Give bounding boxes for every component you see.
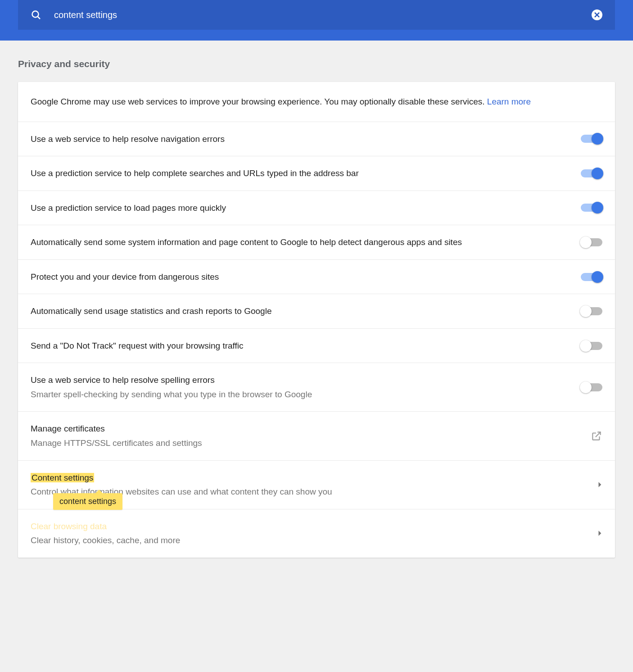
- setting-row-prediction-urls: Use a prediction service to help complet…: [18, 156, 615, 191]
- toggle-prediction-pages[interactable]: [581, 204, 602, 212]
- page-content: Privacy and security Google Chrome may u…: [0, 41, 633, 576]
- open-external-icon: [591, 430, 602, 442]
- setting-label: Use a prediction service to help complet…: [31, 167, 572, 180]
- toggle-prediction-urls[interactable]: [581, 169, 602, 177]
- setting-label: Automatically send some system informati…: [31, 236, 572, 249]
- search-match-highlight: Content settings: [31, 473, 94, 482]
- settings-card: Google Chrome may use web services to im…: [18, 82, 615, 558]
- close-icon: [594, 12, 600, 18]
- search-input[interactable]: [54, 10, 592, 20]
- intro-row: Google Chrome may use web services to im…: [18, 82, 615, 122]
- toggle-usage-stats[interactable]: [581, 307, 602, 315]
- section-title: Privacy and security: [18, 59, 615, 69]
- chevron-right-icon: [598, 530, 602, 536]
- setting-label: Manage certificates: [31, 422, 582, 435]
- setting-label: Automatically send usage statistics and …: [31, 305, 572, 318]
- row-manage-certificates[interactable]: Manage certificates Manage HTTPS/SSL cer…: [18, 411, 615, 460]
- setting-row-usage-stats: Automatically send usage statistics and …: [18, 294, 615, 328]
- setting-label: Use a web service to help resolve naviga…: [31, 133, 572, 145]
- learn-more-link[interactable]: Learn more: [487, 97, 531, 106]
- search-match-tooltip: content settings: [53, 493, 122, 510]
- setting-row-spelling: Use a web service to help resolve spelli…: [18, 363, 615, 411]
- search-bar: [18, 0, 615, 30]
- setting-row-prediction-pages: Use a prediction service to load pages m…: [18, 191, 615, 225]
- setting-label: Content settings: [31, 472, 589, 484]
- setting-label: Send a "Do Not Track" request with your …: [31, 340, 572, 352]
- search-icon: [31, 9, 41, 20]
- svg-point-0: [32, 11, 39, 18]
- chevron-right-icon: [598, 481, 602, 488]
- setting-row-system-info: Automatically send some system informati…: [18, 225, 615, 259]
- toggle-do-not-track[interactable]: [581, 342, 602, 350]
- toggle-spelling[interactable]: [581, 383, 602, 391]
- header-bar: [0, 0, 633, 41]
- toggle-system-info[interactable]: [581, 238, 602, 246]
- setting-label: Use a prediction service to load pages m…: [31, 202, 572, 214]
- setting-label: Clear browsing data: [31, 520, 589, 533]
- setting-row-do-not-track: Send a "Do Not Track" request with your …: [18, 328, 615, 363]
- setting-label: Use a web service to help resolve spelli…: [31, 374, 572, 386]
- setting-row-protect: Protect you and your device from dangero…: [18, 259, 615, 294]
- toggle-protect[interactable]: [581, 273, 602, 281]
- setting-label: Protect you and your device from dangero…: [31, 271, 572, 283]
- toggle-nav-errors[interactable]: [581, 135, 602, 143]
- setting-sublabel: Manage HTTPS/SSL certificates and settin…: [31, 437, 582, 450]
- row-clear-browsing-data[interactable]: content settings Clear browsing data Cle…: [18, 509, 615, 558]
- setting-sublabel: Clear history, cookies, cache, and more: [31, 534, 589, 547]
- svg-line-4: [596, 432, 601, 437]
- setting-row-nav-errors: Use a web service to help resolve naviga…: [18, 122, 615, 156]
- setting-sublabel: Smarter spell-checking by sending what y…: [31, 388, 572, 401]
- svg-line-1: [38, 17, 40, 19]
- intro-text: Google Chrome may use web services to im…: [31, 97, 487, 106]
- clear-search-button[interactable]: [592, 9, 602, 20]
